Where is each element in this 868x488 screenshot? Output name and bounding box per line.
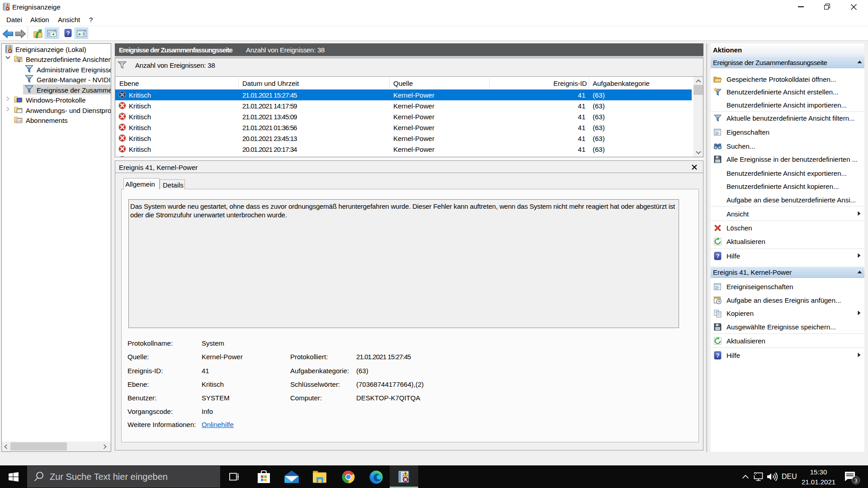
- svg-text:3: 3: [854, 477, 857, 484]
